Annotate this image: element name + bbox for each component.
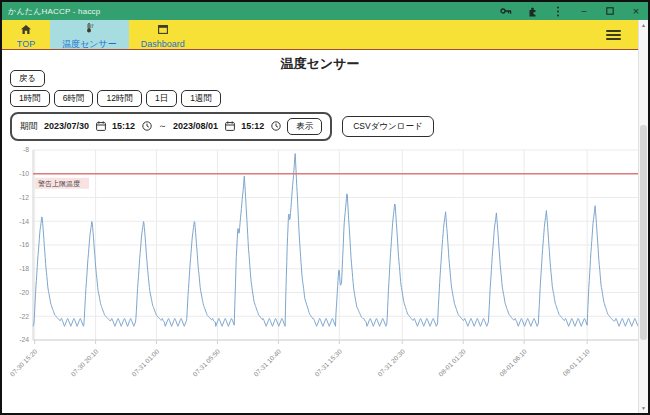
calendar-icon[interactable] — [95, 121, 106, 132]
nav-tab-label: TOP — [17, 39, 35, 49]
scrollbar-track[interactable] — [639, 30, 648, 403]
nav-tab-label: 温度センサー — [62, 38, 117, 51]
warning-limit-label: 警告上限温度 — [38, 180, 80, 188]
scroll-down-button[interactable]: ▼ — [641, 403, 646, 413]
y-axis-tick-label: -24 — [19, 336, 29, 343]
nav-tab-top[interactable]: TOP — [2, 20, 50, 49]
x-axis-tick-label: 07-30 15:20 — [9, 348, 39, 378]
y-axis-tick-label: -20 — [19, 289, 29, 296]
window-title: かんたんHACCP - haccp — [8, 6, 100, 17]
x-axis-tick-label: 08-01 06:10 — [498, 348, 528, 378]
range-button-1w[interactable]: 1週間 — [181, 90, 221, 107]
calendar-icon[interactable] — [224, 121, 235, 132]
nav-tab-dashboard[interactable]: Dashboard — [129, 20, 197, 49]
y-axis-tick-label: -8 — [23, 146, 29, 153]
y-axis-tick-label: -16 — [19, 241, 29, 248]
period-row: 期間 2023/07/30 15:12 ～ 2023/08/01 15:12 — [10, 112, 434, 141]
x-axis-tick-label: 08-01 01:20 — [437, 348, 467, 378]
x-axis-tick-label: 07-30 20:10 — [69, 348, 99, 378]
scrollbar-thumb[interactable] — [640, 125, 647, 340]
show-button[interactable]: 表示 — [287, 118, 322, 135]
start-time-field[interactable]: 15:12 — [112, 121, 135, 131]
y-axis-tick-label: -10 — [19, 170, 29, 177]
app-window: かんたんHACCP - haccp – × TOP — [0, 0, 650, 415]
start-date-field[interactable]: 2023/07/30 — [44, 121, 89, 131]
x-axis-tick-label: 07-31 01:00 — [130, 348, 160, 378]
period-label: 期間 — [20, 120, 38, 133]
dashboard-icon — [158, 20, 168, 38]
window-titlebar: かんたんHACCP - haccp – × — [2, 2, 648, 20]
x-axis-tick-label: 07-31 05:50 — [191, 348, 221, 378]
nav-tab-label: Dashboard — [141, 39, 185, 49]
y-axis-tick-label: -12 — [19, 194, 29, 201]
nav-tab-temperature-sensor[interactable]: 温度センサー — [50, 20, 129, 49]
key-icon[interactable] — [500, 5, 512, 17]
x-axis-tick-label: 07-31 15:30 — [313, 348, 343, 378]
y-axis-tick-label: -22 — [19, 313, 29, 320]
tilde-separator: ～ — [158, 120, 167, 133]
end-time-field[interactable]: 15:12 — [241, 121, 264, 131]
scroll-up-button[interactable]: ▲ — [641, 20, 646, 30]
nav-bar: TOP 温度センサー Dashboard — [2, 20, 638, 50]
extensions-puzzle-icon[interactable] — [526, 5, 538, 17]
x-axis-tick-label: 08-01 11:10 — [561, 348, 591, 378]
clock-icon[interactable] — [141, 121, 152, 132]
page-title: 温度センサー — [2, 55, 638, 73]
browser-menu-kebab-icon[interactable] — [552, 5, 564, 17]
temperature-series-line — [33, 154, 638, 327]
csv-download-button[interactable]: CSVダウンロード — [342, 116, 433, 137]
hamburger-menu-button[interactable] — [603, 27, 624, 43]
back-button[interactable]: 戻る — [10, 70, 45, 87]
x-axis-tick-label: 07-31 10:40 — [252, 348, 282, 378]
range-button-6h[interactable]: 6時間 — [54, 90, 94, 107]
main-content: 温度センサー 戻る 1時間 6時間 12時間 1日 1週間 期間 2023/07… — [2, 50, 638, 413]
temperature-chart[interactable]: -8-10-12-14-16-18-20-22-2407-30 15:2007-… — [6, 142, 642, 402]
period-box: 期間 2023/07/30 15:12 ～ 2023/08/01 15:12 — [10, 112, 332, 141]
thermometer-icon — [84, 19, 94, 37]
temperature-chart-svg[interactable]: -8-10-12-14-16-18-20-22-2407-30 15:2007-… — [6, 142, 642, 402]
minimize-button[interactable]: – — [578, 5, 590, 17]
page-scrollbar[interactable]: ▲ ▼ — [638, 20, 648, 413]
range-preset-row: 1時間 6時間 12時間 1日 1週間 — [10, 90, 221, 107]
y-axis-tick-label: -18 — [19, 265, 29, 272]
home-icon — [21, 20, 31, 38]
close-button[interactable]: × — [630, 5, 642, 17]
clock-icon[interactable] — [270, 121, 281, 132]
range-button-1d[interactable]: 1日 — [146, 90, 177, 107]
end-date-field[interactable]: 2023/08/01 — [173, 121, 218, 131]
y-axis-tick-label: -14 — [19, 218, 29, 225]
range-button-12h[interactable]: 12時間 — [97, 90, 141, 107]
range-button-1h[interactable]: 1時間 — [10, 90, 50, 107]
maximize-button[interactable] — [604, 5, 616, 17]
x-axis-tick-label: 07-31 20:30 — [376, 348, 406, 378]
